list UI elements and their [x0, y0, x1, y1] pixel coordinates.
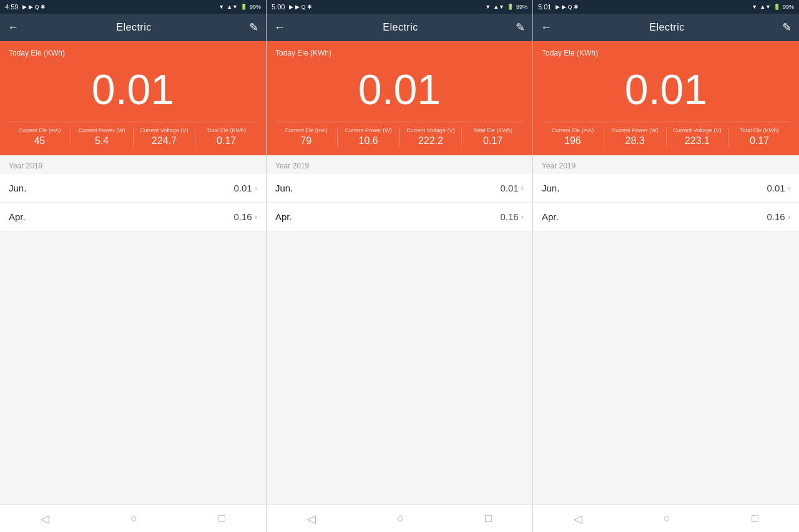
app-bar-title: Electric — [649, 22, 684, 33]
stat-value-3: 0.17 — [731, 135, 788, 147]
status-time: 5:00 ▶ ▶ Q ✱ — [272, 3, 312, 11]
year-label: Year 2019 — [0, 155, 266, 174]
stat-value-1: 5.4 — [74, 135, 130, 147]
stat-label-1: Current Power (W) — [74, 127, 130, 133]
stat-value-2: 224.7 — [136, 135, 193, 147]
bottom-nav: ◁ ○ □ — [533, 505, 799, 532]
stat-label-1: Current Power (W) — [607, 127, 664, 133]
stat-value-3: 0.17 — [198, 135, 255, 147]
back-button[interactable]: ← — [274, 21, 285, 34]
chevron-icon: › — [255, 183, 257, 193]
big-value: 0.01 — [275, 60, 524, 122]
stats-row: Current Ele (mA) 79 Current Power (W) 10… — [275, 122, 524, 147]
bottom-nav: ◁ ○ □ — [267, 505, 532, 532]
list-item-right: 0.01 › — [233, 183, 257, 193]
stat-value-0: 79 — [278, 135, 335, 147]
stat-item-0: Current Ele (mA) 79 — [275, 127, 338, 147]
edit-button[interactable]: ✎ — [782, 21, 792, 34]
status-right-icons: ▼ ▲▼ 🔋 99% — [752, 4, 794, 10]
list-item-1[interactable]: Apr. 0.16 › — [267, 203, 532, 231]
screen-2: 5:00 ▶ ▶ Q ✱ ▼ ▲▼ 🔋 99% ← Electric ✎ Tod… — [267, 0, 533, 532]
edit-button[interactable]: ✎ — [516, 21, 525, 34]
year-label: Year 2019 — [533, 155, 799, 174]
bottom-nav: ◁ ○ □ — [0, 505, 266, 532]
stat-value-2: 222.2 — [403, 135, 459, 147]
list-item-0[interactable]: Jun. 0.01 › — [533, 174, 799, 203]
back-button[interactable]: ← — [541, 21, 552, 34]
year-label: Year 2019 — [267, 155, 532, 174]
stat-label-2: Current Voltage (V) — [669, 127, 726, 133]
nav-home-button[interactable]: ○ — [664, 512, 670, 525]
back-button[interactable]: ← — [7, 21, 19, 34]
status-right-icons: ▼ ▲▼ 🔋 99% — [218, 4, 261, 10]
chevron-icon: › — [521, 212, 524, 221]
nav-back-button[interactable]: ◁ — [307, 512, 316, 526]
stat-item-1: Current Power (W) 28.3 — [604, 127, 667, 147]
nav-home-button[interactable]: ○ — [130, 512, 137, 525]
stat-value-2: 223.1 — [669, 135, 726, 147]
stat-item-1: Current Power (W) 10.6 — [338, 127, 400, 147]
list-item-1[interactable]: Apr. 0.16 › — [533, 203, 799, 231]
nav-recent-button[interactable]: □ — [752, 512, 758, 525]
app-bar: ← Electric ✎ — [0, 14, 266, 41]
month-value: 0.01 — [500, 183, 518, 193]
status-time: 5:01 ▶ ▶ Q ✱ — [538, 3, 579, 11]
month-value: 0.01 — [233, 183, 252, 193]
stat-label-0: Current Ele (mA) — [278, 127, 335, 133]
list-item-right: 0.01 › — [500, 183, 524, 193]
list-item-0[interactable]: Jun. 0.01 › — [0, 174, 266, 203]
month-label: Apr. — [9, 211, 26, 222]
month-label: Jun. — [275, 183, 293, 193]
list-section: Year 2019 Jun. 0.01 › Apr. 0.16 › — [533, 155, 799, 505]
month-label: Jun. — [542, 183, 559, 193]
status-bar: 5:00 ▶ ▶ Q ✱ ▼ ▲▼ 🔋 99% — [267, 0, 532, 14]
today-label: Today Ele (KWh) — [275, 49, 524, 57]
stats-row: Current Ele (mA) 196 Current Power (W) 2… — [542, 122, 790, 147]
edit-button[interactable]: ✎ — [249, 21, 258, 34]
today-label: Today Ele (KWh) — [9, 49, 257, 57]
stat-item-2: Current Voltage (V) 222.2 — [400, 127, 463, 147]
stat-item-2: Current Voltage (V) 224.7 — [134, 127, 196, 147]
screen-1: 4:59 ▶ ▶ Q ✱ ▼ ▲▼ 🔋 99% ← Electric ✎ Tod… — [0, 0, 267, 532]
status-time: 4:59 ▶ ▶ Q ✱ — [5, 3, 46, 11]
app-bar: ← Electric ✎ — [267, 14, 532, 41]
energy-card: Today Ele (KWh) 0.01 Current Ele (mA) 79… — [267, 41, 532, 155]
list-section: Year 2019 Jun. 0.01 › Apr. 0.16 › — [0, 155, 266, 505]
month-label: Apr. — [542, 211, 559, 222]
chevron-icon: › — [255, 212, 257, 221]
month-label: Jun. — [9, 183, 26, 193]
list-section: Year 2019 Jun. 0.01 › Apr. 0.16 › — [267, 155, 532, 505]
stat-label-0: Current Ele (mA) — [544, 127, 601, 133]
big-value: 0.01 — [542, 60, 790, 122]
stats-row: Current Ele (mA) 45 Current Power (W) 5.… — [9, 122, 257, 147]
stat-value-3: 0.17 — [464, 135, 521, 147]
stat-label-1: Current Power (W) — [340, 127, 397, 133]
stat-value-0: 45 — [11, 135, 68, 147]
status-bar: 4:59 ▶ ▶ Q ✱ ▼ ▲▼ 🔋 99% — [0, 0, 266, 14]
stat-item-2: Current Voltage (V) 223.1 — [667, 127, 729, 147]
stat-value-1: 28.3 — [607, 135, 664, 147]
list-item-0[interactable]: Jun. 0.01 › — [267, 174, 532, 203]
energy-card: Today Ele (KWh) 0.01 Current Ele (mA) 19… — [533, 41, 799, 155]
month-value: 0.16 — [767, 211, 785, 222]
stat-label-2: Current Voltage (V) — [403, 127, 459, 133]
nav-back-button[interactable]: ◁ — [574, 512, 582, 526]
stat-item-0: Current Ele (mA) 196 — [542, 127, 604, 147]
list-item-1[interactable]: Apr. 0.16 › — [0, 203, 266, 231]
stat-label-3: Total Ele (KWh) — [731, 127, 788, 133]
list-item-right: 0.16 › — [767, 211, 790, 222]
app-bar: ← Electric ✎ — [533, 14, 799, 41]
app-bar-title: Electric — [116, 22, 151, 33]
screen-3: 5:01 ▶ ▶ Q ✱ ▼ ▲▼ 🔋 99% ← Electric ✎ Tod… — [533, 0, 799, 532]
stat-label-0: Current Ele (mA) — [11, 127, 68, 133]
energy-card: Today Ele (KWh) 0.01 Current Ele (mA) 45… — [0, 41, 266, 155]
nav-back-button[interactable]: ◁ — [41, 512, 49, 526]
stat-label-3: Total Ele (KWh) — [198, 127, 255, 133]
nav-recent-button[interactable]: □ — [218, 512, 225, 525]
nav-recent-button[interactable]: □ — [485, 512, 492, 525]
month-value: 0.16 — [500, 211, 518, 222]
nav-home-button[interactable]: ○ — [397, 512, 404, 525]
stat-item-3: Total Ele (KWh) 0.17 — [462, 127, 524, 147]
screens-container: 4:59 ▶ ▶ Q ✱ ▼ ▲▼ 🔋 99% ← Electric ✎ Tod… — [0, 0, 799, 532]
stat-label-3: Total Ele (KWh) — [464, 127, 521, 133]
